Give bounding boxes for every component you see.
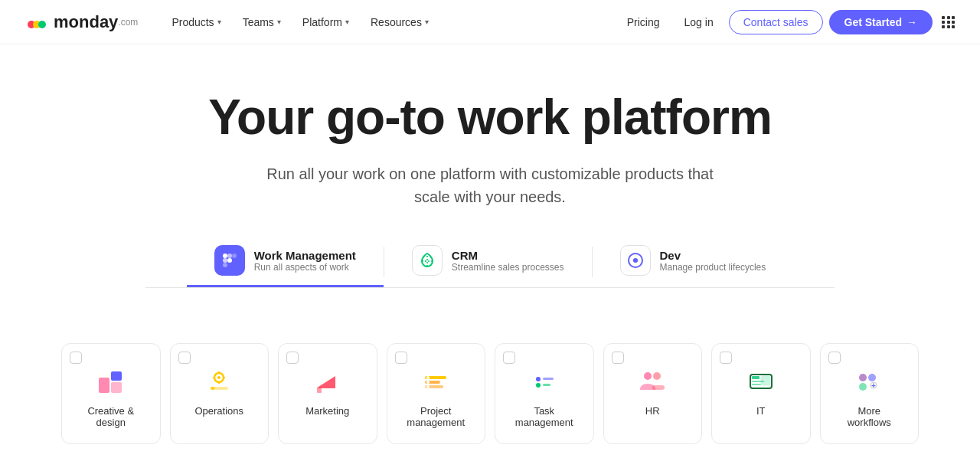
workflow-card-hr[interactable]: HR — [603, 343, 703, 444]
workflow-card-marketing[interactable]: Marketing — [278, 343, 377, 444]
svg-point-7 — [223, 258, 227, 263]
tab-dev[interactable]: Dev Manage product lifecycles — [593, 236, 794, 287]
nav-products[interactable]: Products ▾ — [162, 11, 230, 33]
marketing-icon — [311, 365, 345, 399]
svg-point-5 — [227, 254, 232, 258]
svg-rect-41 — [752, 384, 761, 385]
wm-tab-name: Work Management — [254, 249, 356, 262]
it-label: IT — [756, 405, 766, 417]
dev-tab-icon — [620, 245, 651, 276]
svg-point-45 — [859, 383, 867, 391]
nav-login-link[interactable]: Log in — [675, 11, 723, 33]
logo-text: monday — [54, 12, 118, 32]
arrow-right-icon: → — [906, 16, 917, 28]
logo-com: .com — [118, 17, 138, 28]
operations-label: Operations — [194, 405, 243, 417]
nav-teams[interactable]: Teams ▾ — [234, 11, 290, 33]
wm-tab-desc: Run all aspects of work — [254, 262, 356, 273]
more-workflows-label: Moreworkflows — [848, 405, 891, 428]
it-icon — [744, 365, 778, 399]
hr-icon — [635, 365, 669, 399]
creative-design-label: Creative &design — [87, 405, 134, 428]
svg-point-8 — [227, 258, 232, 263]
svg-point-16 — [217, 376, 220, 379]
card-checkbox-marketing[interactable] — [286, 352, 299, 364]
chevron-down-icon: ▾ — [217, 18, 221, 26]
card-checkbox-pm[interactable] — [395, 352, 407, 364]
operations-icon — [202, 365, 236, 399]
logo-icon — [24, 10, 49, 34]
svg-point-32 — [536, 383, 541, 388]
hero-headline: Your go-to work platform — [31, 90, 949, 144]
product-tabs: Work Management Run all aspects of work … — [145, 236, 835, 288]
svg-rect-42 — [761, 376, 770, 385]
svg-point-28 — [426, 376, 430, 379]
tab-work-management[interactable]: Work Management Run all aspects of work — [187, 236, 384, 287]
crm-tab-name: CRM — [452, 249, 564, 262]
marketing-label: Marketing — [305, 405, 349, 417]
task-management-label: Taskmanagement — [515, 405, 573, 428]
svg-rect-34 — [543, 384, 550, 386]
workflow-card-creative-design[interactable]: Creative &design — [61, 343, 161, 444]
chevron-down-icon: ▾ — [425, 18, 429, 26]
tab-crm[interactable]: CRM Streamline sales processes — [384, 236, 592, 287]
svg-point-4 — [223, 254, 227, 258]
apps-grid-icon[interactable] — [942, 16, 956, 28]
nav-platform[interactable]: Platform ▾ — [293, 11, 358, 33]
svg-rect-24 — [317, 387, 322, 393]
svg-rect-37 — [652, 385, 665, 390]
svg-point-11 — [633, 258, 638, 263]
workflow-card-it[interactable]: IT — [711, 343, 811, 444]
svg-text:+: + — [871, 381, 876, 390]
card-checkbox-task[interactable] — [503, 352, 515, 364]
svg-point-31 — [536, 377, 541, 381]
chevron-down-icon: ▾ — [277, 18, 281, 26]
work-management-tab-icon — [214, 245, 245, 276]
card-checkbox-creative[interactable] — [70, 352, 82, 364]
svg-rect-13 — [111, 371, 122, 381]
get-started-nav-button[interactable]: Get Started → — [829, 10, 933, 34]
nav-pricing-link[interactable]: Pricing — [618, 11, 669, 33]
hero-subheadline: Run all your work on one platform with c… — [260, 162, 720, 208]
svg-point-9 — [223, 263, 227, 267]
logo[interactable]: monday.com — [24, 10, 138, 34]
svg-point-44 — [868, 374, 876, 381]
project-management-label: Projectmanagement — [407, 405, 465, 428]
project-management-icon — [419, 365, 452, 399]
card-checkbox-more[interactable] — [828, 352, 841, 364]
svg-point-30 — [426, 385, 430, 388]
card-checkbox-it[interactable] — [720, 352, 732, 364]
svg-point-43 — [859, 374, 867, 381]
crm-tab-desc: Streamline sales processes — [452, 262, 564, 273]
nav-links: Products ▾ Teams ▾ Platform ▾ Resources … — [162, 11, 617, 33]
svg-rect-33 — [543, 378, 554, 380]
workflow-card-project-management[interactable]: Projectmanagement — [387, 343, 486, 444]
svg-point-29 — [426, 381, 430, 384]
svg-rect-14 — [111, 382, 122, 393]
svg-rect-12 — [99, 378, 109, 393]
svg-rect-39 — [752, 376, 760, 379]
card-checkbox-operations[interactable] — [178, 352, 191, 364]
svg-point-22 — [211, 387, 214, 390]
chevron-down-icon: ▾ — [345, 18, 349, 26]
workflow-card-operations[interactable]: Operations — [170, 343, 270, 444]
dev-tab-name: Dev — [660, 249, 766, 262]
card-checkbox-hr[interactable] — [612, 352, 624, 364]
hr-label: HR — [645, 405, 660, 417]
workflow-card-more[interactable]: + Moreworkflows — [820, 343, 920, 444]
nav-resources[interactable]: Resources ▾ — [361, 11, 438, 33]
task-management-icon — [528, 365, 561, 399]
contact-sales-button[interactable]: Contact sales — [729, 10, 823, 34]
workflow-card-task-management[interactable]: Taskmanagement — [495, 343, 594, 444]
dev-tab-desc: Manage product lifecycles — [660, 262, 766, 273]
creative-design-icon — [94, 365, 128, 399]
svg-point-6 — [232, 254, 237, 258]
nav-right: Pricing Log in Contact sales Get Started… — [618, 10, 956, 34]
svg-marker-23 — [318, 376, 335, 388]
workflow-section: Creative &design Operations — [46, 343, 934, 444]
hero-section: Your go-to work platform Run all your wo… — [0, 44, 980, 319]
navigation: monday.com Products ▾ Teams ▾ Platform ▾… — [0, 0, 980, 44]
svg-point-35 — [644, 372, 652, 380]
svg-point-36 — [653, 372, 661, 380]
workflow-cards-grid: Creative &design Operations — [61, 343, 919, 444]
